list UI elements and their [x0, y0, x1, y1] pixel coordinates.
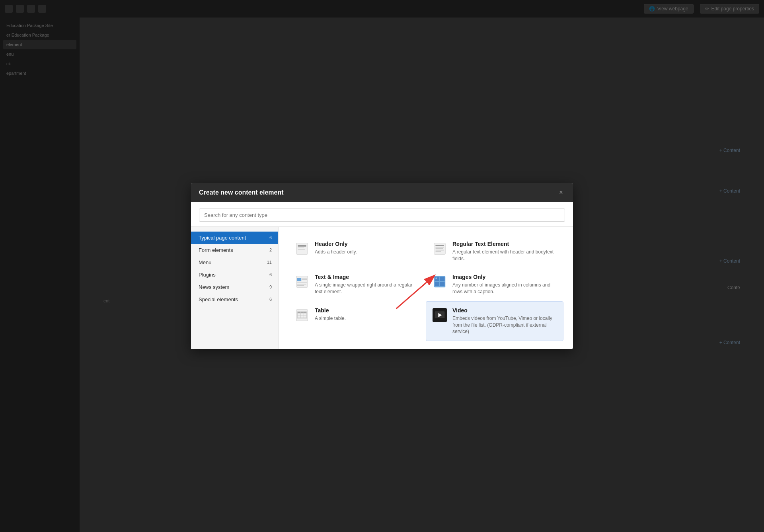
svg-rect-13	[302, 279, 307, 280]
category-menu[interactable]: Menu 11	[191, 256, 278, 269]
modal-backdrop: Create new content element × Typical pag…	[0, 0, 764, 532]
svg-rect-3	[298, 249, 305, 250]
category-badge: 6	[269, 235, 272, 240]
svg-rect-8	[435, 249, 444, 250]
table-name: Table	[315, 307, 346, 314]
regular-text-desc: A regular text element with header and b…	[452, 249, 557, 262]
table-icon	[295, 308, 309, 322]
svg-rect-11	[297, 278, 302, 282]
svg-rect-21	[440, 282, 445, 286]
images-only-info: Images Only Any number of images aligned…	[452, 274, 557, 295]
svg-rect-12	[302, 278, 307, 279]
modal-header: Create new content element ×	[191, 183, 573, 202]
images-only-icon	[433, 275, 447, 289]
category-label: Form elements	[199, 247, 233, 253]
category-badge: 6	[269, 272, 272, 277]
category-special-elements[interactable]: Special elements 6	[191, 293, 278, 306]
content-types-grid: Header Only Adds a header only.	[279, 227, 573, 349]
category-badge: 2	[269, 247, 272, 252]
regular-text-info: Regular Text Element A regular text elem…	[452, 241, 557, 262]
header-only-icon	[295, 242, 309, 256]
category-typical-page-content[interactable]: Typical page content 6	[191, 232, 278, 244]
content-type-images-only[interactable]: Images Only Any number of images aligned…	[426, 268, 563, 301]
category-plugins[interactable]: Plugins 6	[191, 269, 278, 281]
category-label: Typical page content	[199, 235, 246, 241]
content-type-video[interactable]: Video Embeds videos from YouTube, Vimeo …	[426, 301, 563, 341]
video-icon	[433, 308, 447, 322]
text-image-icon	[295, 275, 309, 289]
images-only-desc: Any number of images aligned in columns …	[452, 282, 557, 295]
svg-rect-23	[296, 310, 308, 321]
search-input[interactable]	[199, 209, 565, 222]
svg-rect-20	[435, 282, 440, 286]
text-image-name: Text & Image	[315, 274, 419, 280]
svg-rect-19	[440, 277, 445, 281]
modal-close-button[interactable]: ×	[557, 189, 565, 197]
video-name: Video	[452, 307, 557, 314]
header-only-info: Header Only Adds a header only.	[315, 241, 357, 255]
svg-rect-14	[297, 283, 307, 283]
modal-search-area	[191, 202, 573, 227]
header-only-name: Header Only	[315, 241, 357, 247]
modal-body: Typical page content 6 Form elements 2 M…	[191, 227, 573, 349]
svg-rect-2	[298, 247, 304, 248]
content-type-header-only[interactable]: Header Only Adds a header only.	[288, 235, 426, 268]
video-desc: Embeds videos from YouTube, Vimeo or loc…	[452, 315, 557, 335]
categories-sidebar: Typical page content 6 Form elements 2 M…	[191, 227, 279, 349]
category-label: Special elements	[199, 296, 238, 302]
svg-rect-0	[296, 243, 308, 254]
category-badge: 11	[267, 260, 272, 265]
svg-rect-9	[435, 251, 441, 252]
table-desc: A simple table.	[315, 315, 346, 322]
svg-rect-16	[297, 285, 304, 286]
svg-rect-5	[435, 245, 444, 246]
video-info: Video Embeds videos from YouTube, Vimeo …	[452, 307, 557, 335]
table-info: Table A simple table.	[315, 307, 346, 322]
category-badge: 6	[269, 297, 272, 302]
regular-text-icon	[433, 242, 447, 256]
svg-rect-18	[435, 277, 440, 281]
category-news-system[interactable]: News system 9	[191, 281, 278, 293]
category-label: Plugins	[199, 272, 216, 278]
content-type-regular-text[interactable]: Regular Text Element A regular text elem…	[426, 235, 563, 268]
text-image-desc: A single image wrapped right around a re…	[315, 282, 419, 295]
modal-title: Create new content element	[199, 189, 284, 196]
text-image-info: Text & Image A single image wrapped righ…	[315, 274, 419, 295]
svg-rect-15	[297, 284, 306, 285]
category-label: Menu	[199, 259, 212, 265]
category-label: News system	[199, 284, 229, 290]
svg-rect-6	[435, 247, 444, 247]
svg-rect-7	[435, 248, 443, 249]
modal: Create new content element × Typical pag…	[191, 183, 573, 349]
header-only-desc: Adds a header only.	[315, 249, 357, 255]
category-badge: 9	[269, 285, 272, 289]
content-type-text-image[interactable]: Text & Image A single image wrapped righ…	[288, 268, 426, 301]
content-type-table[interactable]: Table A simple table.	[288, 301, 426, 341]
category-form-elements[interactable]: Form elements 2	[191, 244, 278, 256]
images-only-name: Images Only	[452, 274, 557, 280]
svg-rect-1	[298, 245, 306, 247]
svg-point-22	[435, 278, 437, 279]
regular-text-name: Regular Text Element	[452, 241, 557, 247]
